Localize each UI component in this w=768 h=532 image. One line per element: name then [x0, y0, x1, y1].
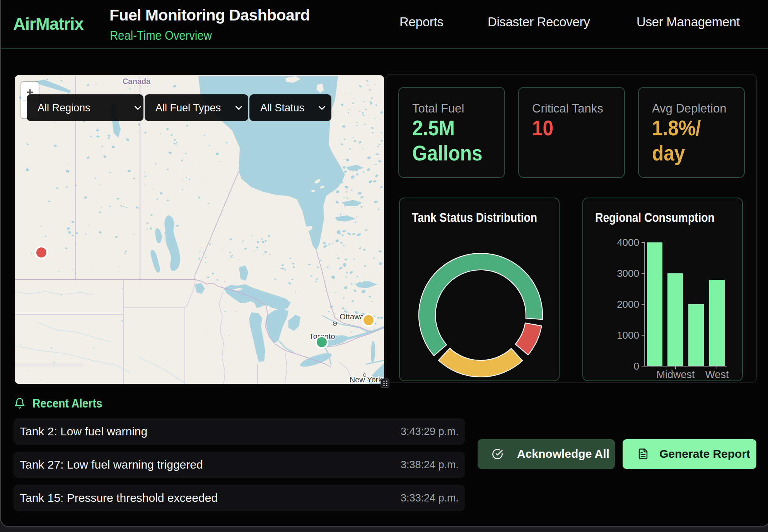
- svg-text:New York: New York: [350, 375, 382, 384]
- svg-text:4000: 4000: [617, 237, 639, 248]
- svg-text:Midwest: Midwest: [656, 369, 695, 380]
- svg-text:2000: 2000: [617, 298, 639, 310]
- svg-text:Canada: Canada: [123, 77, 151, 85]
- svg-text:West: West: [705, 369, 729, 380]
- svg-text:Ottawa: Ottawa: [340, 312, 364, 321]
- svg-text:0: 0: [634, 360, 639, 372]
- svg-text:3000: 3000: [617, 268, 639, 279]
- svg-text:1000: 1000: [617, 329, 639, 341]
